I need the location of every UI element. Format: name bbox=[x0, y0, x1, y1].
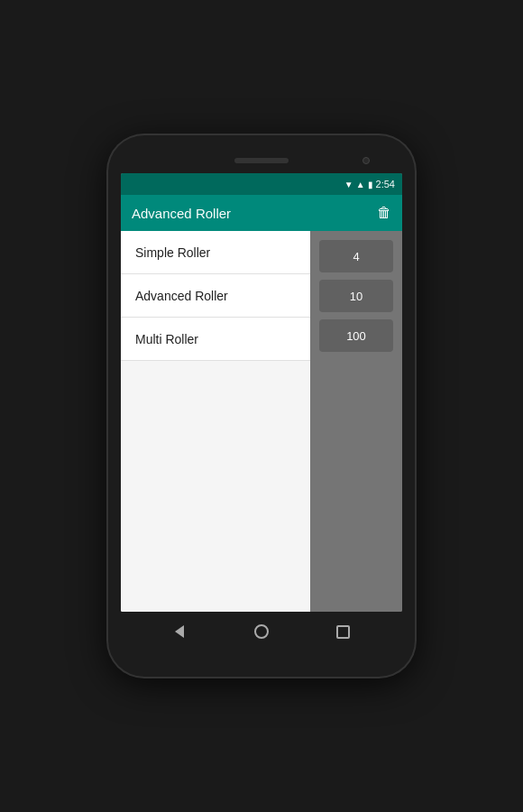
nav-back-button[interactable] bbox=[166, 618, 193, 645]
phone-screen: ▼ ▲ ▮ 2:54 Advanced Roller 🗑 Simple Roll… bbox=[121, 173, 402, 612]
content-area: Simple Roller Advanced Roller Multi Roll… bbox=[121, 231, 402, 612]
phone-frame: ▼ ▲ ▮ 2:54 Advanced Roller 🗑 Simple Roll… bbox=[108, 135, 415, 677]
status-time: 2:54 bbox=[376, 179, 395, 189]
result-value-3: 100 bbox=[346, 329, 366, 343]
camera bbox=[362, 157, 370, 164]
battery-icon: ▮ bbox=[368, 180, 373, 189]
status-bar: ▼ ▲ ▮ 2:54 bbox=[121, 173, 402, 195]
phone-nav-bar bbox=[121, 614, 402, 650]
phone-top-bar bbox=[121, 148, 402, 173]
result-box-1: 4 bbox=[319, 240, 393, 272]
signal-icon: ▲ bbox=[356, 180, 365, 189]
result-value-2: 10 bbox=[350, 290, 362, 303]
delete-icon[interactable]: 🗑 bbox=[377, 205, 391, 221]
status-icons: ▼ ▲ ▮ 2:54 bbox=[344, 179, 395, 189]
wifi-icon: ▼ bbox=[344, 180, 353, 189]
nav-recents-button[interactable] bbox=[330, 618, 357, 645]
nav-home-button[interactable] bbox=[248, 618, 275, 645]
drawer-item-label: Simple Roller bbox=[135, 245, 210, 260]
drawer-empty-space bbox=[121, 361, 310, 612]
drawer-item-label: Multi Roller bbox=[135, 332, 198, 346]
result-box-2: 10 bbox=[319, 280, 393, 312]
drawer-item-simple-roller[interactable]: Simple Roller bbox=[121, 231, 310, 274]
drawer-item-label: Advanced Roller bbox=[135, 289, 228, 303]
drawer-item-multi-roller[interactable]: Multi Roller bbox=[121, 318, 310, 361]
result-value-1: 4 bbox=[353, 250, 359, 263]
toolbar-title: Advanced Roller bbox=[132, 206, 231, 221]
drawer-item-advanced-roller[interactable]: Advanced Roller bbox=[121, 274, 310, 318]
main-content: 4 10 100 bbox=[310, 231, 402, 612]
app-toolbar: Advanced Roller 🗑 bbox=[121, 195, 402, 231]
navigation-drawer: Simple Roller Advanced Roller Multi Roll… bbox=[121, 231, 310, 612]
speaker bbox=[234, 158, 289, 163]
result-box-3: 100 bbox=[319, 319, 393, 352]
